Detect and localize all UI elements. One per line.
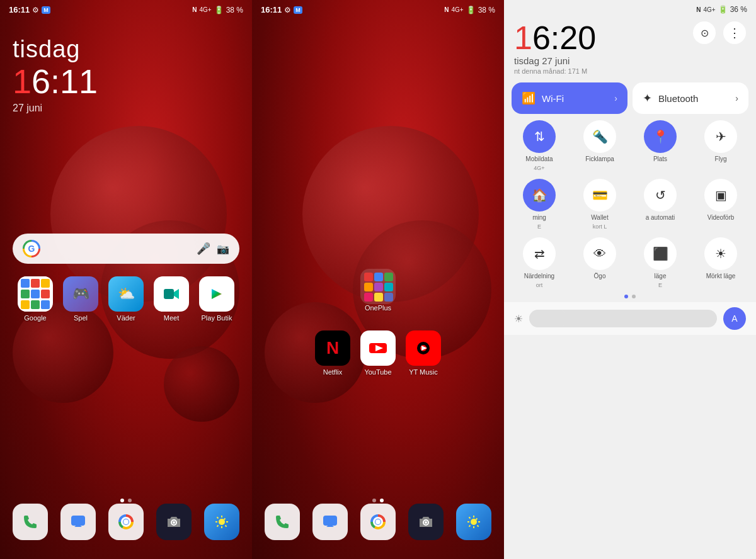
- status-right-1: N 4G+ 🔋 38 %: [192, 6, 243, 14]
- battery-icon-1: 🔋: [214, 6, 224, 14]
- plats-tile[interactable]: 📍 Plats: [633, 120, 688, 171]
- status-bar-2: 16:11 ⚙ M N 4G+ 🔋 38 %: [252, 0, 504, 17]
- flyg-tile[interactable]: ✈ Flyg: [693, 120, 748, 171]
- lens-icon-1[interactable]: 📷: [217, 243, 229, 255]
- mobildata-tile[interactable]: ⇅ Mobildata 4G+: [512, 120, 567, 171]
- qs-wide-tiles: 📶 Wi-Fi › ✦ Bluetooth ›: [504, 79, 756, 118]
- battery-icon-2: 🔋: [466, 6, 476, 14]
- home-label: ming: [532, 214, 546, 221]
- app-play[interactable]: Play Butik: [199, 276, 234, 322]
- flyg-label: Flyg: [715, 155, 727, 162]
- dock-phone-1[interactable]: [13, 504, 48, 540]
- ficklampa-icon: 🔦: [583, 120, 616, 153]
- app-netflix-label: Netflix: [323, 368, 343, 376]
- qs-grid-2: 🏠 ming E 💳 Wallet kort L ↺ a automati ▣ …: [504, 176, 756, 232]
- status-left-1: 16:11 ⚙ M: [9, 5, 50, 14]
- qs-grid-3: ⇄ Närdelning ort 👁 Ögo ⬛ läge E ☀ Mörkt …: [504, 235, 756, 291]
- dock-messages-2[interactable]: [312, 504, 348, 540]
- auto-icon: ↺: [644, 179, 677, 212]
- folder-icon: [360, 269, 396, 304]
- app-youtube[interactable]: YouTube: [360, 330, 396, 376]
- panel-2-apps: 16:11 ⚙ M N 4G+ 🔋 38 % OnePlus N: [252, 0, 504, 559]
- date-text-1: 27 juni: [13, 103, 239, 114]
- brightness-auto-button[interactable]: A: [723, 307, 746, 330]
- dock-chrome-2[interactable]: [360, 504, 396, 540]
- dock-camera-2[interactable]: [408, 504, 444, 540]
- status-bar-1: 16:11 ⚙ M N 4G+ 🔋 38 %: [0, 0, 252, 17]
- mi-badge-2: M: [294, 6, 302, 14]
- oneplus-folder[interactable]: OnePlus: [252, 269, 504, 312]
- qs-time-rest: 6:20: [532, 20, 596, 56]
- brightness-track[interactable]: [529, 310, 717, 327]
- panel-1-homescreen: 16:11 ⚙ M N 4G+ 🔋 38 % tisdag 16:11 27 j…: [0, 0, 252, 559]
- mobildata-sublabel: 4G+: [534, 165, 544, 171]
- home-tile[interactable]: 🏠 ming E: [512, 179, 567, 230]
- nardelning-label: Närdelning: [524, 273, 554, 280]
- wifi-tile[interactable]: 📶 Wi-Fi ›: [512, 82, 627, 114]
- netflix-icon: N: [315, 330, 350, 366]
- signal-icon-1: 4G+: [199, 6, 211, 13]
- brightness-row: ☀ A: [504, 302, 756, 335]
- qs-grid-1: ⇅ Mobildata 4G+ 🔦 Ficklampa 📍 Plats ✈ Fl…: [504, 118, 756, 174]
- bluetooth-tile[interactable]: ✦ Bluetooth ›: [633, 82, 748, 114]
- app-row-1: Google 🎮 Spel ⛅ Väder Meet Play Butik: [0, 270, 252, 328]
- app-play-label: Play Butik: [202, 314, 232, 322]
- home-sublabel: E: [537, 223, 541, 230]
- day-text-1: tisdag: [13, 36, 239, 63]
- lage-tile[interactable]: ⬛ läge E: [633, 237, 688, 288]
- battery-text-1: 38 %: [226, 6, 243, 14]
- clock-widget-1: tisdag 16:11 27 juni: [0, 17, 252, 120]
- wifi-icon: 📶: [522, 91, 536, 105]
- video-tile[interactable]: ▣ Videoförb: [693, 179, 748, 230]
- svg-point-7: [123, 519, 129, 524]
- ficklampa-label: Ficklampa: [585, 155, 614, 162]
- wallet-icon: 💳: [583, 179, 616, 212]
- app-vader[interactable]: ⛅ Väder: [108, 276, 144, 322]
- app-netflix[interactable]: N Netflix: [315, 330, 350, 376]
- qs-dot-active: [624, 295, 628, 298]
- svg-point-9: [173, 521, 175, 524]
- bluetooth-chevron[interactable]: ›: [735, 93, 738, 103]
- dock-phone-2[interactable]: [265, 504, 300, 540]
- app-meet[interactable]: Meet: [154, 276, 189, 322]
- play-icon: [199, 276, 234, 312]
- app-spel[interactable]: 🎮 Spel: [63, 276, 98, 322]
- dock-messages-1[interactable]: [60, 504, 96, 540]
- time-2: 16:11: [261, 5, 282, 14]
- dock-chrome-1[interactable]: [108, 504, 144, 540]
- qs-time-date: 16:20 tisdag 27 juni nt denna månad: 171…: [514, 21, 596, 75]
- status-right-2: N 4G+ 🔋 38 %: [444, 6, 495, 14]
- ficklampa-tile[interactable]: 🔦 Ficklampa: [572, 120, 627, 171]
- status-left-2: 16:11 ⚙ M: [261, 5, 302, 14]
- wallet-sublabel: kort L: [593, 223, 607, 230]
- gear-icon-1[interactable]: ⚙: [32, 6, 39, 14]
- mic-icon-1[interactable]: 🎤: [197, 242, 210, 256]
- qs-more-button[interactable]: ⋮: [723, 21, 746, 44]
- search-bar-1[interactable]: G 🎤 📷: [13, 234, 239, 264]
- qs-focus-button[interactable]: ⊙: [693, 21, 716, 44]
- wifi-chevron[interactable]: ›: [614, 93, 617, 103]
- signal-icon-2: 4G+: [451, 6, 463, 13]
- bluetooth-label: Bluetooth: [658, 93, 729, 104]
- video-icon: ▣: [704, 179, 737, 212]
- ogo-tile[interactable]: 👁 Ögo: [572, 237, 627, 288]
- dock-weather-1[interactable]: [204, 504, 239, 540]
- app-google[interactable]: Google: [18, 276, 53, 322]
- nardelning-icon: ⇄: [523, 237, 556, 270]
- meet-icon: [154, 276, 189, 312]
- lage-label: läge: [655, 273, 667, 280]
- svg-point-23: [425, 521, 427, 524]
- qs-battery-text: 36 %: [730, 5, 747, 14]
- auto-tile[interactable]: ↺ a automati: [633, 179, 688, 230]
- gear-icon-2[interactable]: ⚙: [284, 6, 291, 14]
- nardelning-tile[interactable]: ⇄ Närdelning ort: [512, 237, 567, 288]
- nfc-icon-2: N: [444, 6, 449, 13]
- wallet-tile[interactable]: 💳 Wallet kort L: [572, 179, 627, 230]
- dock-weather-2[interactable]: [456, 504, 491, 540]
- brightness-low-icon: ☀: [514, 313, 523, 325]
- app-ytmusic[interactable]: YT Music: [406, 330, 441, 376]
- mobildata-label: Mobildata: [525, 155, 553, 162]
- dock-camera-1[interactable]: [156, 504, 192, 540]
- morkt-tile[interactable]: ☀ Mörkt läge: [693, 237, 748, 288]
- app-google-label: Google: [24, 314, 46, 322]
